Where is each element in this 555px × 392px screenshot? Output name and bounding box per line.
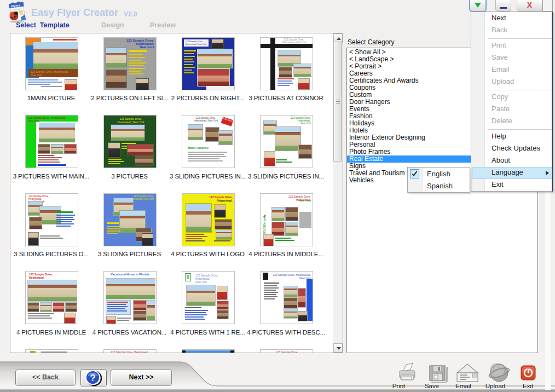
svg-text:Email: Email — [455, 383, 471, 389]
svg-text:Print: Print — [392, 383, 406, 389]
svg-text:Upload: Upload — [485, 383, 505, 389]
svg-text:?: ? — [90, 373, 95, 383]
svg-text:Save: Save — [425, 383, 439, 389]
svg-text:Exit: Exit — [523, 383, 534, 389]
